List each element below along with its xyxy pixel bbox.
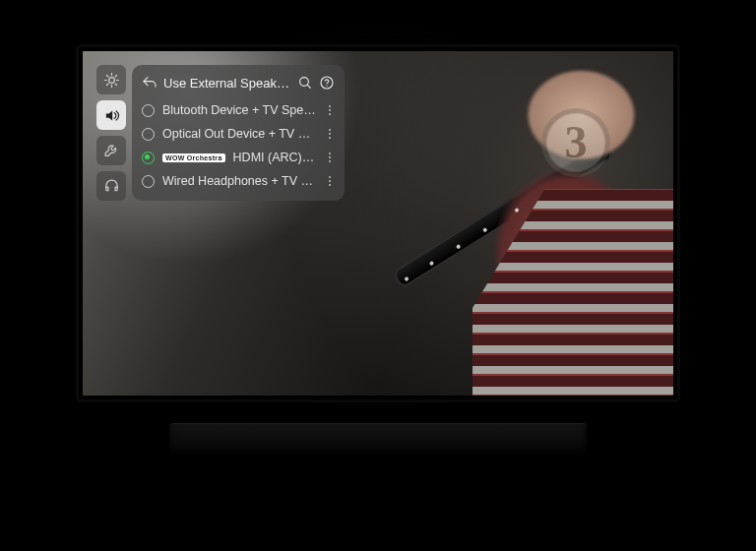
option-label: Blutooth Device + TV Spea… <box>162 103 317 117</box>
support-icon[interactable] <box>96 171 126 201</box>
radio-icon <box>142 104 155 117</box>
svg-point-0 <box>108 77 114 83</box>
search-icon[interactable] <box>297 75 313 91</box>
settings-sidebar <box>96 65 126 201</box>
soundbar <box>169 423 587 457</box>
tv-frame: 3 <box>79 47 677 399</box>
audio-option-2[interactable]: WOW OrchestraHDMI (ARC) Devi… <box>132 146 345 169</box>
more-icon[interactable] <box>325 153 335 162</box>
back-icon[interactable] <box>142 75 158 91</box>
audio-option-1[interactable]: Optical Out Device + TV Sp… <box>132 122 345 146</box>
option-label: Optical Out Device + TV Sp… <box>162 127 317 141</box>
panel-title: Use External Speak… <box>163 76 291 91</box>
option-label: Wired Headphones + TV Sp… <box>162 174 317 188</box>
audio-output-panel: Use External Speak… Blutooth Device + TV… <box>132 65 345 201</box>
tv-screen: 3 <box>83 51 673 396</box>
option-label: HDMI (ARC) Devi… <box>233 151 317 164</box>
audio-option-0[interactable]: Blutooth Device + TV Spea… <box>132 98 345 122</box>
radio-icon <box>142 152 155 164</box>
brightness-icon[interactable] <box>96 65 126 94</box>
settings-icon[interactable] <box>96 136 126 165</box>
svg-point-3 <box>326 86 327 87</box>
more-icon[interactable] <box>325 176 335 186</box>
more-icon[interactable] <box>325 105 335 115</box>
audio-option-3[interactable]: Wired Headphones + TV Sp… <box>132 169 345 193</box>
radio-icon <box>142 175 155 188</box>
help-icon[interactable] <box>319 75 335 91</box>
panel-header: Use External Speak… <box>132 71 345 98</box>
wow-orchestra-badge: WOW Orchestra <box>162 153 225 162</box>
radio-icon <box>142 128 155 141</box>
more-icon[interactable] <box>325 129 335 139</box>
wall-sign: 3 <box>541 108 610 177</box>
sound-icon[interactable] <box>96 100 126 130</box>
